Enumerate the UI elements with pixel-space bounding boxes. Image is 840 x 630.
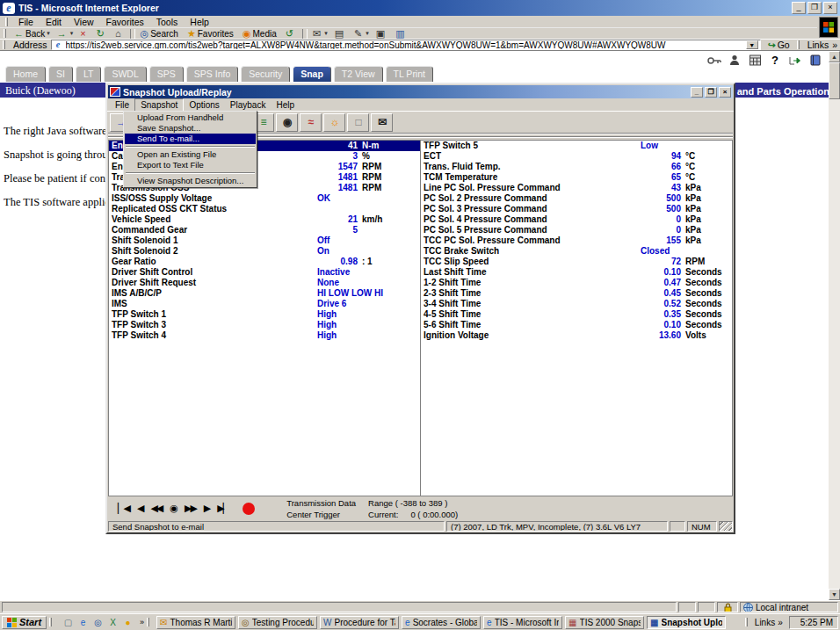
site-tab[interactable]: Security (241, 66, 290, 82)
browser-menu-item[interactable]: Tools (150, 17, 185, 27)
playback-button[interactable]: ▶▏ (217, 503, 228, 514)
browser-toolbar-button[interactable]: ▤ (331, 28, 351, 40)
toolbar-grip[interactable] (797, 40, 800, 49)
quick-launch-icon[interactable]: ● (122, 618, 134, 627)
parameter-row[interactable]: TCC Slip Speed72RPM (421, 257, 732, 267)
browser-toolbar-button[interactable]: ↺ (282, 28, 301, 40)
quick-launch-icon[interactable]: ◎ (92, 618, 104, 627)
user-icon[interactable] (728, 54, 742, 66)
scroll-up-button[interactable]: ▲ (829, 51, 840, 62)
site-tab[interactable]: TL Print (386, 66, 433, 82)
toolbar-grip[interactable] (4, 29, 6, 38)
parameter-row[interactable]: TFP Switch 1High (109, 309, 420, 320)
dropdown-menu-item[interactable]: Open an Existing File (125, 149, 256, 160)
exit-icon[interactable] (788, 54, 802, 66)
browser-toolbar-button[interactable]: × (76, 28, 92, 40)
dropdown-menu-item[interactable]: Upload From Handheld (125, 112, 256, 123)
browser-toolbar-button[interactable] (302, 29, 308, 39)
browser-toolbar-button[interactable]: →▾ (54, 28, 77, 40)
task-button[interactable]: ▦TIS 2000 Snapshot Uplo... (565, 616, 644, 629)
parameter-row[interactable]: TCC Brake SwitchClosed (421, 246, 732, 257)
site-tab[interactable]: Home (5, 66, 46, 82)
playback-button[interactable]: ▏◀ (118, 503, 129, 514)
links-chevron[interactable]: » (832, 40, 837, 50)
task-button[interactable]: ▦Snapshot Upload/Re... (647, 616, 726, 629)
parameter-row[interactable]: ECT94°C (421, 151, 732, 162)
parameter-row[interactable]: TFP Switch 4High (109, 330, 420, 341)
task-button[interactable]: eTIS - Microsoft Internet ... (483, 616, 562, 629)
key-icon[interactable] (707, 54, 721, 66)
restore-button[interactable]: ❐ (807, 2, 822, 14)
playback-button[interactable]: ◀ (137, 503, 142, 514)
snapshot-toolbar-button[interactable]: ≈ (300, 113, 322, 132)
toolbar-grip[interactable] (3, 40, 5, 49)
playback-button[interactable]: ◀◀ (150, 503, 162, 514)
site-tab[interactable]: T2 View (334, 66, 383, 82)
browser-toolbar-button[interactable]: ◎Search (137, 28, 184, 40)
parameter-row[interactable]: Ignition Voltage13.60Volts (421, 330, 732, 341)
record-button[interactable] (243, 503, 255, 515)
site-tab[interactable]: Snap (293, 66, 331, 82)
parameter-row[interactable]: Commanded Gear5 (109, 225, 420, 235)
parameter-row[interactable]: TCM Temperature65°C (421, 172, 732, 183)
site-tab[interactable]: LT (76, 66, 101, 82)
manual-book-icon[interactable] (808, 54, 822, 66)
taskbar-links[interactable]: Links » (742, 618, 786, 627)
snapshot-menu-item[interactable]: Help (271, 99, 300, 111)
parameter-row[interactable]: Trans. Fluid Temp.66°C (421, 162, 732, 172)
parameter-row[interactable]: Driver Shift RequestNone (109, 278, 420, 288)
go-button[interactable]: ↪ Go (764, 40, 793, 50)
browser-toolbar-button[interactable] (130, 29, 135, 39)
parameter-row[interactable]: Vehicle Speed21km/h (109, 214, 420, 225)
browser-toolbar-button[interactable]: ✎▾ (351, 28, 373, 40)
toolbar-grip[interactable] (147, 618, 149, 626)
dropdown-menu-item[interactable] (126, 172, 255, 174)
snapshot-close-button[interactable]: × (719, 87, 731, 98)
minimize-button[interactable]: _ (792, 2, 806, 14)
parameter-row[interactable]: IMS A/B/C/PHI LOW LOW HI (109, 288, 420, 299)
site-tab[interactable]: SI (48, 66, 73, 82)
start-button[interactable]: Start (2, 616, 47, 629)
snapshot-maximize-button[interactable]: ❐ (705, 87, 717, 98)
parameter-row[interactable]: Driver Shift ControlInactive (109, 267, 420, 278)
snapshot-toolbar-button[interactable]: ◉ (276, 113, 298, 132)
quick-launch-icon[interactable]: X (107, 618, 119, 627)
quick-launch-icon[interactable]: e (77, 618, 89, 627)
parameter-row[interactable]: 1-2 Shift Time0.47Seconds (421, 278, 732, 288)
parameter-row[interactable]: Last Shift Time0.10Seconds (421, 267, 732, 278)
calendar-icon[interactable] (748, 54, 762, 66)
snapshot-toolbar-button[interactable]: ✉ (371, 113, 393, 132)
parameter-row[interactable]: 3-4 Shift Time0.52Seconds (421, 299, 732, 309)
playback-button[interactable]: ▶ (204, 503, 209, 514)
quick-launch-chevron[interactable]: » (140, 618, 144, 626)
scroll-thumb[interactable] (829, 62, 840, 99)
parameter-row[interactable]: ISS/OSS Supply VoltageOK (109, 193, 420, 204)
snapshot-minimize-button[interactable]: _ (691, 87, 703, 98)
parameter-row[interactable]: TFP Switch 3High (109, 320, 420, 330)
parameter-row[interactable]: 5-6 Shift Time0.10Seconds (421, 320, 732, 330)
snapshot-toolbar-button[interactable]: □ (347, 113, 369, 132)
task-button[interactable]: ✉Thomas R Martin - Inbox... (156, 616, 235, 629)
snapshot-menu-item[interactable]: Snapshot (134, 98, 184, 112)
parameter-row[interactable]: PC Sol. 4 Pressure Command0kPa (421, 214, 732, 225)
task-button[interactable]: eSocrates - Global - Micro... (402, 616, 481, 629)
snapshot-titlebar[interactable]: Snapshot Upload/Replay _ ❐ × (108, 85, 733, 98)
site-tab[interactable]: SWDL (104, 66, 146, 82)
address-input[interactable]: e https://tis2web.service.gm.com/tis2web… (51, 40, 761, 50)
parameter-row[interactable]: Gear Ratio0.98: 1 (109, 257, 420, 267)
quick-launch-icon[interactable]: ▢ (62, 618, 74, 627)
links-label[interactable]: Links (807, 40, 829, 50)
toolbar-grip[interactable] (49, 618, 52, 626)
page-scrollbar[interactable]: ▲ ▼ (829, 51, 840, 600)
parameter-row[interactable]: PC Sol. 5 Pressure Command0kPa (421, 225, 732, 235)
help-icon[interactable]: ? (768, 54, 782, 66)
browser-toolbar-button[interactable]: ★Favorites (184, 28, 239, 40)
browser-toolbar-button[interactable]: ◉Media (239, 28, 282, 40)
parameter-row[interactable]: 2-3 Shift Time0.45Seconds (421, 288, 732, 299)
address-dropdown-button[interactable]: ▼ (746, 40, 758, 49)
parameter-row[interactable]: PC Sol. 2 Pressure Command500kPa (421, 193, 732, 204)
parameter-row[interactable]: PC Sol. 3 Pressure Command500kPa (421, 204, 732, 214)
browser-toolbar-button[interactable]: ⌂ (112, 28, 128, 40)
dropdown-menu-item[interactable] (126, 146, 255, 148)
browser-toolbar-button[interactable]: ←Back▾ (11, 28, 54, 40)
